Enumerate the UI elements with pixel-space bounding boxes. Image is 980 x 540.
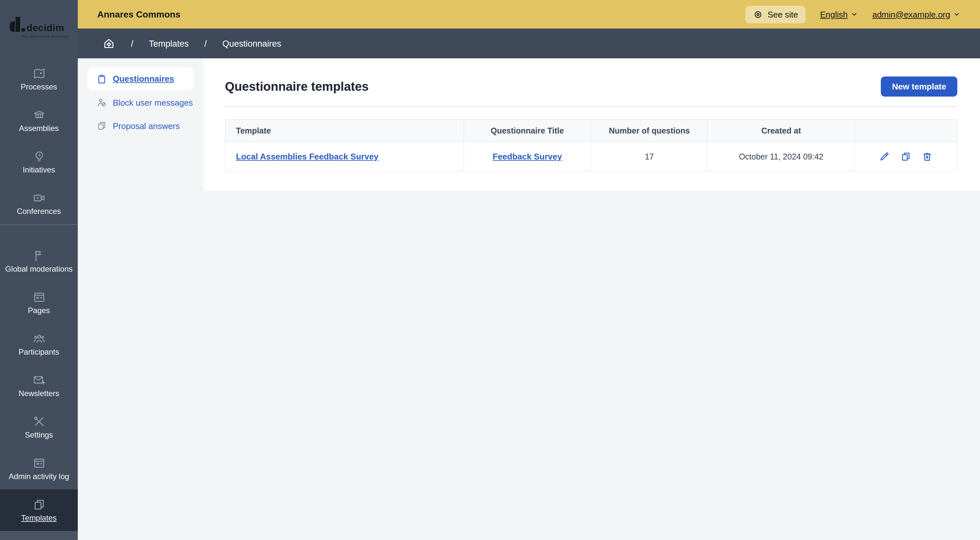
language-selector[interactable]: English [820, 10, 858, 19]
sidebar-item-label: Templates [21, 514, 56, 522]
lightbulb-bolt-icon [32, 150, 46, 163]
row-actions [863, 151, 949, 162]
trash-icon [922, 151, 933, 162]
chevron-down-icon [953, 10, 961, 18]
sidebar-item-label: Settings [25, 431, 53, 440]
sidebar-item-participants[interactable]: Participants [0, 323, 78, 365]
sidebar-group-spaces: Processes Assemblies Initiatives Confere… [0, 58, 78, 224]
eye-circle-icon [753, 10, 763, 19]
see-site-button[interactable]: See site [745, 5, 806, 23]
topbar-right: See site English admin@example.org [745, 5, 961, 23]
column-header-created-at: Created at [708, 119, 855, 142]
bank-icon [32, 108, 46, 122]
decidim-logo-mark: decidim [10, 17, 64, 34]
new-template-button[interactable]: New template [881, 76, 957, 97]
copy-pages-icon [97, 121, 107, 131]
sidebar-item-assemblies[interactable]: Assemblies [0, 100, 78, 141]
sidebar: decidim free open-source democracy Proce… [0, 0, 78, 540]
created-at-cell: October 11, 2024 09:42 [708, 142, 855, 172]
main-content: Questionnaire templates New template Tem… [225, 58, 957, 172]
column-header-questionnaire-title: Questionnaire Title [463, 119, 591, 142]
map-icon [32, 67, 46, 80]
template-link[interactable]: Local Assemblies Feedback Survey [236, 152, 379, 161]
breadcrumb: / Templates / Questionnaires [78, 29, 980, 58]
decidim-admin-screen: Annares Commons See site English admin@e… [0, 0, 980, 540]
sidebar-item-label: Global moderations [5, 265, 73, 274]
column-header-actions [854, 119, 957, 142]
subnav-item-label: Proposal answers [113, 121, 180, 131]
sidebar-item-label: Newsletters [19, 390, 59, 398]
flag-icon [32, 249, 46, 263]
people-icon [32, 332, 46, 346]
pencil-icon [879, 151, 890, 162]
logo-bar-2 [16, 17, 20, 32]
breadcrumb-templates[interactable]: Templates [149, 38, 189, 48]
questionnaire-title-link[interactable]: Feedback Survey [493, 152, 562, 161]
breadcrumb-separator: / [205, 38, 207, 48]
delete-button[interactable] [922, 151, 933, 162]
table-row: Local Assemblies Feedback Survey Feedbac… [225, 142, 957, 172]
tools-icon [32, 415, 46, 428]
copy-pages-icon [900, 151, 911, 162]
subnav-item-proposal-answers[interactable]: Proposal answers [88, 114, 194, 137]
breadcrumb-questionnaires[interactable]: Questionnaires [222, 38, 281, 48]
sidebar-item-pages[interactable]: Pages [0, 282, 78, 323]
breadcrumb-separator: / [131, 38, 134, 48]
language-label: English [820, 10, 848, 19]
sidebar-item-templates[interactable]: Templates [0, 489, 78, 531]
subnav-item-questionnaires[interactable]: Questionnaires [88, 67, 194, 90]
topbar: Annares Commons See site English admin@e… [78, 0, 980, 29]
envelope-plus-icon [32, 373, 46, 387]
account-label: admin@example.org [872, 10, 950, 19]
sidebar-item-label: Participants [19, 348, 59, 357]
logo-bar-1 [10, 21, 15, 32]
subnav-item-block-user-messages[interactable]: Block user messages [88, 91, 194, 114]
user-block-icon [97, 97, 107, 108]
home-icon[interactable] [102, 37, 115, 50]
logo-tagline: free open-source democracy [21, 34, 69, 38]
sidebar-item-label: Admin activity log [9, 473, 69, 481]
main-header: Questionnaire templates New template [225, 76, 957, 97]
sidebar-item-conferences[interactable]: Conferences [0, 183, 78, 224]
sidebar-group-admin: Global moderations Pages Participants Ne… [0, 225, 78, 531]
sidebar-item-initiatives[interactable]: Initiatives [0, 141, 78, 183]
sidebar-item-newsletters[interactable]: Newsletters [0, 365, 78, 406]
sidebar-item-global-moderations[interactable]: Global moderations [0, 241, 78, 282]
duplicate-button[interactable] [900, 151, 911, 162]
copy-pages-icon [32, 498, 46, 511]
sidebar-item-label: Conferences [17, 207, 61, 216]
browser-page-icon [32, 456, 46, 470]
see-site-label: See site [767, 10, 798, 19]
sidebar-item-label: Initiatives [23, 166, 55, 174]
organization-title: Annares Commons [97, 9, 180, 19]
decidim-logo[interactable]: decidim free open-source democracy [0, 0, 78, 58]
sidebar-item-label: Pages [28, 307, 50, 315]
video-camera-icon [32, 191, 46, 205]
edit-button[interactable] [879, 151, 890, 162]
column-header-template: Template [225, 119, 463, 142]
sidebar-item-processes[interactable]: Processes [0, 58, 78, 100]
table-header-row: Template Questionnaire Title Number of q… [225, 119, 957, 142]
number-of-questions-cell: 17 [591, 142, 708, 172]
subnav-item-label: Block user messages [113, 97, 193, 107]
sidebar-item-settings[interactable]: Settings [0, 406, 78, 448]
questionnaire-templates-table: Template Questionnaire Title Number of q… [225, 119, 957, 172]
sidebar-footer-area [0, 531, 78, 540]
clipboard-icon [97, 73, 107, 84]
chevron-down-icon [850, 10, 858, 18]
sidebar-item-label: Assemblies [19, 124, 59, 133]
browser-page-icon [32, 290, 46, 304]
subnav-item-label: Questionnaires [113, 74, 174, 84]
column-header-number-of-questions: Number of questions [591, 119, 708, 142]
account-menu[interactable]: admin@example.org [872, 10, 961, 19]
logo-dot [21, 28, 25, 32]
header-divider [225, 106, 957, 107]
sidebar-item-admin-activity-log[interactable]: Admin activity log [0, 448, 78, 489]
page-title: Questionnaire templates [225, 80, 369, 94]
sidebar-item-label: Processes [21, 83, 57, 91]
templates-subnav: Questionnaires Block user messages Propo… [88, 67, 194, 137]
logo-wordmark: decidim [27, 23, 64, 32]
